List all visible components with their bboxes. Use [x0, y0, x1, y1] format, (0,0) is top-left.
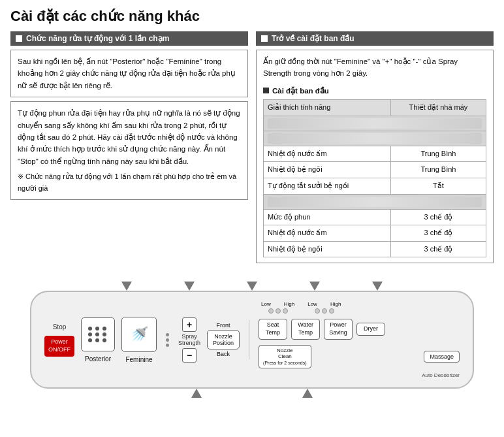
seat-temp-label: SeatTemp	[263, 321, 283, 336]
divider	[249, 320, 249, 359]
stop-power-group: Stop PowerON/OFF	[44, 323, 74, 356]
dot-sm-2	[166, 338, 169, 342]
dot-sm-3	[166, 344, 169, 347]
back-label: Back	[217, 351, 230, 357]
feminine-group: 🚿 Feminine	[121, 317, 157, 363]
massage-button[interactable]: Massage	[424, 351, 460, 363]
spray-dots	[166, 333, 169, 347]
sub-square-icon	[263, 88, 269, 93]
indicator-water-temp: Low High	[307, 301, 341, 314]
ind-dot-3	[283, 308, 288, 314]
dot9	[102, 338, 106, 342]
table-cell-value: 3 chế độ	[390, 209, 486, 225]
table-cell-value: Tắt	[390, 178, 486, 194]
remote-control: Stop PowerON/OFF	[30, 291, 474, 389]
high-label-1: High	[284, 301, 294, 307]
arrow-down-3	[247, 282, 257, 291]
stop-label: Stop	[53, 323, 67, 331]
arrow-up-2	[302, 389, 313, 398]
table-header-value: Thiết đặt nhà máy	[390, 100, 486, 116]
right-instruction-text: Ấn giữ đồng thời nút "Feminine" và "+" h…	[263, 56, 486, 80]
page-container: Cài đặt các chức năng khác Chức năng rửa…	[10, 8, 494, 398]
arrow-down-2	[184, 282, 195, 291]
left-box-1: Sau khi ngồi lên bệ, ấn nút "Posterior" …	[10, 50, 248, 97]
dot4	[88, 332, 92, 336]
left-box-2: Tự động phun rửa đại tiện hay rửa phụ nữ…	[10, 101, 248, 200]
person-icon: 🚿	[131, 326, 148, 343]
remote-wrapper: Stop PowerON/OFF	[10, 291, 494, 389]
water-temp-label: WaterTemp	[296, 321, 315, 336]
right-section-header: Trở về cài đặt ban đầu	[256, 31, 494, 46]
nozzle-clean-button[interactable]: NozzleClean(Press for 2 seconds)	[259, 345, 311, 369]
arrows-up-container	[10, 389, 494, 398]
table-row: Nhiệt độ bệ ngồi3 chế độ	[264, 241, 486, 257]
table-row: Nhiệt độ bệ ngồiTrung Bình	[264, 162, 486, 178]
table-cell-feature: Nhiệt độ bệ ngồi	[264, 241, 391, 257]
dot3	[102, 327, 106, 331]
feminine-button[interactable]: 🚿	[121, 317, 157, 352]
table-cell-feature: Nhiệt độ nước ấm	[264, 225, 391, 242]
right-instruction-box: Ấn giữ đồng thời nút "Feminine" và "+" h…	[256, 50, 494, 263]
left-text-2: Tự động phun rửa đại tiện hay rửa phụ nữ…	[18, 107, 241, 167]
posterior-button[interactable]	[81, 317, 115, 351]
indicator-seat-temp: Low High	[261, 301, 294, 314]
spray-minus-button[interactable]: −	[182, 348, 197, 363]
dot2	[95, 327, 99, 331]
page-title: Cài đặt các chức năng khác	[10, 8, 494, 25]
left-text-1: Sau khi ngồi lên bệ, ấn nút "Posterior" …	[18, 56, 241, 91]
square-icon-left	[16, 35, 22, 42]
arrow-down-5	[372, 282, 383, 291]
spray-plus-button[interactable]: +	[182, 317, 197, 332]
indicator-row: Low High Low High	[259, 301, 460, 314]
power-label: PowerON/OFF	[48, 338, 71, 353]
sub-header: Cài đặt ban đầu	[263, 85, 486, 97]
ind-dot-1	[268, 308, 274, 314]
dryer-button[interactable]: Dryer	[356, 323, 385, 336]
table-row: Mức độ phun3 chế độ	[264, 209, 486, 225]
power-saving-button[interactable]: PowerSaving	[324, 319, 353, 339]
remote-right-section: Low High Low High	[259, 301, 460, 378]
dot6	[102, 332, 106, 336]
table-cell-value: Trung Bình	[390, 146, 486, 162]
spray-strength-section: + SprayStrength −	[178, 317, 200, 363]
low-label-2: Low	[307, 301, 317, 307]
dryer-label: Dryer	[361, 325, 381, 333]
buttons-row-2: NozzleClean(Press for 2 seconds) Massage	[259, 345, 460, 369]
table-blurred-row	[264, 131, 486, 146]
dot-sm-1	[166, 333, 169, 336]
table-row: Nhiệt độ nước ấmTrung Bình	[264, 146, 486, 162]
table-cell-feature: Tự động tắt sưởi bệ ngồi	[264, 178, 391, 194]
power-saving-label: PowerSaving	[328, 321, 348, 336]
table-row: Tự động tắt sưởi bệ ngồiTắt	[264, 178, 486, 194]
ind-dot-4	[315, 308, 320, 314]
buttons-row-1: SeatTemp WaterTemp PowerSaving Dryer	[259, 319, 460, 339]
arrows-down-container	[10, 271, 494, 291]
table-cell-feature: Nhiệt độ bệ ngồi	[264, 162, 391, 178]
table-cell-value: 3 chế độ	[390, 241, 486, 257]
table-header-feature: Giải thích tính năng	[264, 100, 391, 116]
left-note: ※ Chức năng rửa tự động với 1 lần chạm r…	[18, 171, 241, 194]
arrow-down-1	[121, 282, 132, 291]
water-temp-button[interactable]: WaterTemp	[291, 319, 320, 339]
ind-dot-2	[276, 308, 281, 314]
table-cell-value: 3 chế độ	[390, 225, 486, 242]
nozzle-section: Front NozzlePosition Back	[207, 322, 240, 357]
square-icon-right	[261, 35, 268, 42]
settings-table: Giải thích tính năng Thiết đặt nhà máy N…	[263, 99, 486, 257]
dot1	[88, 327, 92, 331]
table-cell-feature: Mức độ phun	[264, 209, 391, 225]
massage-label: Massage	[430, 353, 454, 360]
dot8	[95, 338, 99, 342]
posterior-group: Posterior	[81, 317, 115, 363]
arrow-up-1	[191, 389, 202, 398]
table-blurred-row	[264, 194, 486, 209]
auto-deodorizer-label: Auto Deodorizer	[259, 372, 460, 378]
posterior-label: Posterior	[85, 355, 111, 363]
low-label-1: Low	[261, 301, 271, 307]
table-blurred-row	[264, 116, 486, 131]
nozzle-position-button[interactable]: NozzlePosition	[207, 330, 240, 349]
table-cell-feature: Nhiệt độ nước ấm	[264, 146, 391, 162]
power-button[interactable]: PowerON/OFF	[44, 336, 74, 356]
table-row: Nhiệt độ nước ấm3 chế độ	[264, 225, 486, 242]
seat-temp-button[interactable]: SeatTemp	[259, 319, 287, 339]
